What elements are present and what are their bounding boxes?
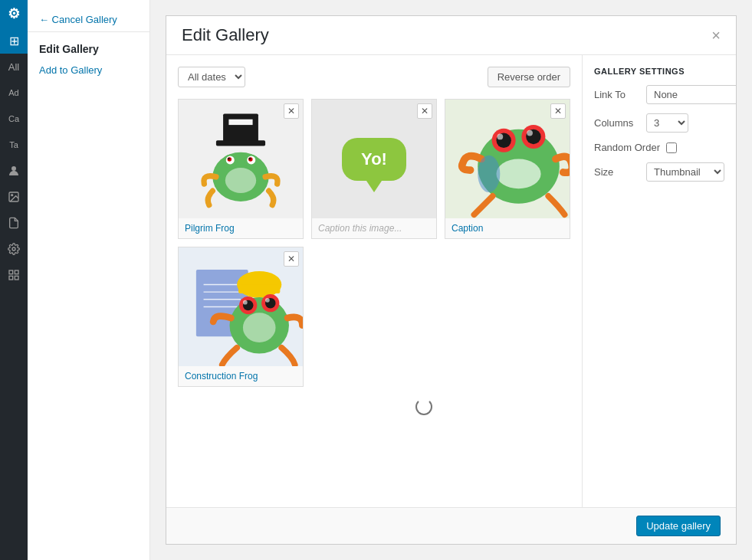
sidebar-icon-media[interactable] <box>0 184 28 210</box>
sidebar-icon-dashboard[interactable]: ⊞ <box>0 28 28 54</box>
gallery-item-caption-2[interactable]: Caption this image... <box>312 218 436 238</box>
gallery-item-caption-3[interactable]: Caption <box>445 218 570 238</box>
svg-rect-8 <box>223 113 258 142</box>
svg-rect-7 <box>9 276 13 280</box>
svg-rect-9 <box>216 140 265 146</box>
svg-rect-36 <box>238 284 280 293</box>
sidebar-icon-add[interactable]: Ad <box>0 80 28 106</box>
cancel-gallery-link[interactable]: ← Cancel Gallery <box>28 8 149 32</box>
main-area: ← Cancel Gallery Edit Gallery Add to Gal… <box>28 0 752 560</box>
link-to-label: Link To <box>594 89 640 100</box>
svg-point-28 <box>496 159 540 189</box>
yo-bubble: Yo! <box>342 138 406 181</box>
sidebar-icon-cat[interactable]: Ca <box>0 106 28 132</box>
gallery-item-caption-1[interactable]: Pilgrim Frog <box>179 218 303 238</box>
size-label: Size <box>594 166 640 178</box>
reverse-order-button[interactable]: Reverse order <box>488 67 570 87</box>
modal-overlay: Edit Gallery × All dates Rever <box>150 0 752 560</box>
gallery-item-4: ✕ <box>178 247 304 387</box>
date-filter-select[interactable]: All dates <box>178 67 245 87</box>
columns-select[interactable]: 1 2 3 4 5 <box>646 113 688 133</box>
nav-edit-gallery-title: Edit Gallery <box>28 38 149 60</box>
svg-point-20 <box>225 168 256 193</box>
gallery-item-caption-4[interactable]: Construction Frog <box>179 366 303 386</box>
size-select[interactable]: Thumbnail Medium Large Full Size <box>646 162 724 182</box>
gallery-item-1: ✕ <box>178 99 304 239</box>
svg-point-26 <box>497 134 503 140</box>
columns-label: Columns <box>594 117 640 129</box>
update-gallery-button[interactable]: Update gallery <box>636 516 721 536</box>
sidebar-icon-posts[interactable]: All <box>0 54 28 80</box>
gallery-settings-title: GALLERY SETTINGS <box>594 67 724 76</box>
gallery-item-remove-4[interactable]: ✕ <box>284 251 299 267</box>
random-order-label: Random Order <box>594 142 660 153</box>
sidebar-icon-settings[interactable] <box>0 236 28 262</box>
size-row: Size Thumbnail Medium Large Full Size <box>594 162 724 182</box>
link-to-row: Link To None Media File Attachment Page <box>594 85 724 104</box>
modal-header: Edit Gallery × <box>166 16 736 55</box>
dark-sidebar: ⚙ ⊞ All Ad Ca Ta <box>0 0 28 560</box>
modal-body: All dates Reverse order ✕ <box>166 55 736 507</box>
admin-nav: ← Cancel Gallery Edit Gallery Add to Gal… <box>28 0 150 560</box>
gallery-item-2: ✕ Yo! Caption this image... <box>311 99 437 239</box>
random-order-row: Random Order <box>594 142 724 153</box>
svg-point-29 <box>478 156 500 192</box>
svg-point-3 <box>12 247 15 251</box>
svg-rect-6 <box>15 276 18 280</box>
modal-close-button[interactable]: × <box>711 28 721 43</box>
gallery-item-remove-1[interactable]: ✕ <box>284 103 299 119</box>
modal-title: Edit Gallery <box>182 25 269 45</box>
random-order-checkbox[interactable] <box>666 142 677 153</box>
svg-rect-4 <box>9 270 13 274</box>
svg-rect-10 <box>228 119 252 124</box>
gallery-area: All dates Reverse order ✕ <box>166 55 583 507</box>
gallery-item-remove-2[interactable]: ✕ <box>417 103 432 119</box>
link-to-select[interactable]: None Media File Attachment Page <box>646 85 736 104</box>
svg-point-43 <box>265 298 270 303</box>
svg-point-42 <box>243 300 248 305</box>
nav-add-to-gallery-link[interactable]: Add to Gallery <box>28 60 149 80</box>
gallery-settings-panel: GALLERY SETTINGS Link To None Media File… <box>583 55 736 507</box>
sidebar-icon-users[interactable] <box>0 158 28 184</box>
sidebar-icon-tags[interactable]: Ta <box>0 132 28 158</box>
svg-point-44 <box>243 313 276 342</box>
gallery-toolbar: All dates Reverse order <box>178 67 570 87</box>
svg-point-0 <box>11 166 16 171</box>
svg-rect-5 <box>15 270 18 274</box>
svg-point-27 <box>527 130 533 136</box>
svg-point-2 <box>11 195 13 196</box>
svg-point-19 <box>249 157 251 159</box>
sidebar-icon-grid[interactable] <box>0 262 28 288</box>
svg-point-18 <box>228 157 230 159</box>
gallery-item-3: ✕ <box>445 99 570 239</box>
columns-row: Columns 1 2 3 4 5 <box>594 113 724 133</box>
edit-gallery-dialog: Edit Gallery × All dates Rever <box>166 15 737 545</box>
sidebar-icon-pages[interactable] <box>0 210 28 236</box>
modal-footer: Update gallery <box>166 507 736 544</box>
wp-logo: ⚙ <box>0 0 28 28</box>
gallery-grid: ✕ <box>178 99 570 387</box>
gallery-item-remove-3[interactable]: ✕ <box>550 103 566 119</box>
cursor-indicator <box>415 398 432 415</box>
